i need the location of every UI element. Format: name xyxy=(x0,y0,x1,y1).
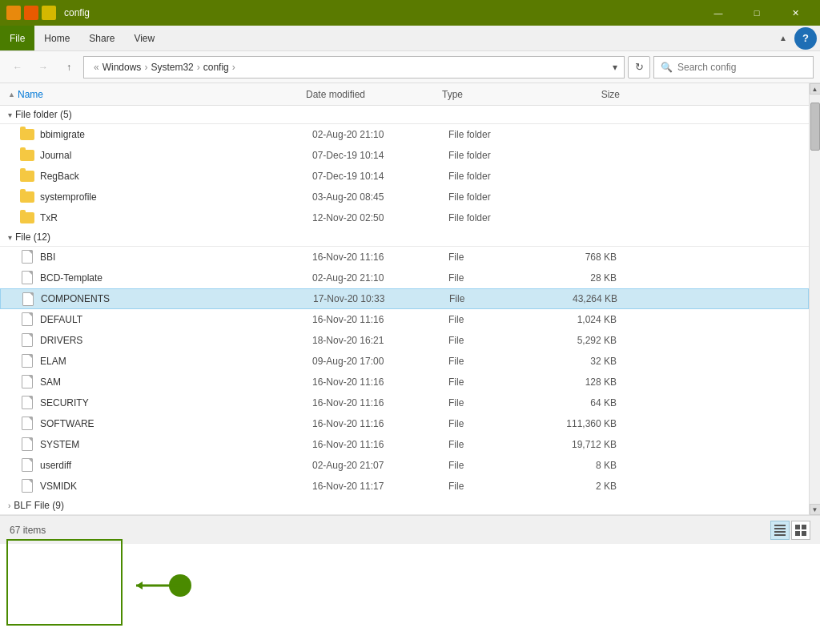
group-header-folders[interactable]: ▾ File folder (5) xyxy=(0,106,809,124)
file-row-bcd-template[interactable]: BCD-Template 02-Aug-20 21:10 File 28 KB xyxy=(0,268,809,288)
file-row-elam[interactable]: ELAM 09-Aug-20 17:00 File 32 KB xyxy=(0,351,809,372)
folder-icon-journal xyxy=(19,147,35,163)
file-size-system: 19,712 KB xyxy=(553,439,633,450)
col-size-header[interactable]: Size xyxy=(546,89,626,100)
view-buttons xyxy=(770,521,810,540)
folder-icon-systemprofile xyxy=(19,189,35,205)
minimize-button[interactable]: — xyxy=(700,0,737,26)
file-type-sam: File xyxy=(448,376,553,388)
close-button[interactable]: ✕ xyxy=(777,0,814,26)
sort-indicator-icon: ▲ xyxy=(8,91,18,99)
file-type-default: File xyxy=(448,314,553,325)
address-bar: ← → ↑ « Windows › System32 › config › ▾ … xyxy=(0,51,820,83)
window-title: config xyxy=(61,7,695,18)
status-item-count: 67 items xyxy=(10,525,764,536)
file-row-components[interactable]: COMPONENTS 17-Nov-20 10:33 File 43,264 K… xyxy=(0,288,809,309)
file-row-security[interactable]: SECURITY 16-Nov-20 11:16 File 64 KB xyxy=(0,392,809,413)
scroll-up-button[interactable]: ▲ xyxy=(810,83,821,95)
file-row-userdiff[interactable]: userdiff 02-Aug-20 21:07 File 8 KB xyxy=(0,455,809,476)
file-name-drivers: DRIVERS xyxy=(40,335,312,346)
address-path[interactable]: « Windows › System32 › config › ▾ xyxy=(83,56,625,78)
file-type-userdiff: File xyxy=(448,460,553,471)
up-button[interactable]: ↑ xyxy=(58,56,80,78)
file-size-drivers: 5,292 KB xyxy=(553,335,633,346)
path-config[interactable]: config xyxy=(203,62,229,73)
path-sep-2: › xyxy=(197,62,200,73)
title-bar-icons xyxy=(6,6,56,20)
file-name-regback: RegBack xyxy=(40,171,312,182)
file-date-bbimigrate: 02-Aug-20 21:10 xyxy=(312,129,448,140)
file-name-security: SECURITY xyxy=(40,397,312,409)
file-row-software[interactable]: SOFTWARE 16-Nov-20 11:16 File 111,360 KB xyxy=(0,413,809,434)
back-button[interactable]: ← xyxy=(6,56,29,78)
file-size-vsmidk: 2 KB xyxy=(553,481,633,492)
file-name-bbimigrate: bbimigrate xyxy=(40,129,312,140)
scroll-down-button[interactable]: ▼ xyxy=(810,504,821,515)
annotation-box xyxy=(6,539,123,626)
col-type-header[interactable]: Type xyxy=(442,89,546,100)
file-size-software: 111,360 KB xyxy=(553,418,633,429)
file-size-sam: 128 KB xyxy=(553,376,633,388)
path-windows[interactable]: Windows xyxy=(102,62,142,73)
svg-rect-9 xyxy=(795,531,800,536)
group-label-blf: BLF File (9) xyxy=(14,500,64,511)
file-row-drivers[interactable]: DRIVERS 18-Nov-20 16:21 File 5,292 KB xyxy=(0,330,809,351)
search-input[interactable] xyxy=(677,62,806,73)
menu-share[interactable]: Share xyxy=(79,26,124,50)
file-date-txr: 12-Nov-20 02:50 xyxy=(312,212,448,223)
file-name-userdiff: userdiff xyxy=(40,460,312,471)
file-row-bbi[interactable]: BBI 16-Nov-20 11:16 File 768 KB xyxy=(0,247,809,268)
help-button[interactable]: ? xyxy=(794,27,817,50)
path-system32[interactable]: System32 xyxy=(151,62,193,73)
svg-rect-7 xyxy=(795,525,800,529)
col-name-header[interactable]: Name xyxy=(18,89,306,100)
scroll-thumb[interactable] xyxy=(810,103,820,151)
col-date-header[interactable]: Date modified xyxy=(306,89,442,100)
group-header-blf[interactable]: › BLF File (9) xyxy=(0,497,809,515)
file-type-security: File xyxy=(448,397,553,409)
file-row-systemprofile[interactable]: systemprofile 03-Aug-20 08:45 File folde… xyxy=(0,187,809,207)
file-icon-bcd-template xyxy=(19,270,35,286)
svg-rect-6 xyxy=(774,534,786,536)
file-row-vsmidk[interactable]: VSMIDK 16-Nov-20 11:17 File 2 KB xyxy=(0,476,809,497)
file-row-txr[interactable]: TxR 12-Nov-20 02:50 File folder xyxy=(0,207,809,228)
file-type-elam: File xyxy=(448,356,553,367)
file-size-security: 64 KB xyxy=(553,397,633,409)
svg-rect-10 xyxy=(802,531,806,536)
file-row-default[interactable]: DEFAULT 16-Nov-20 11:16 File 1,024 KB xyxy=(0,309,809,330)
file-row-journal[interactable]: Journal 07-Dec-19 10:14 File folder xyxy=(0,145,809,166)
file-icon-sam xyxy=(19,374,35,390)
ribbon-expand-icon[interactable]: ▲ xyxy=(772,27,794,50)
file-row-system[interactable]: SYSTEM 16-Nov-20 11:16 File 19,712 KB xyxy=(0,434,809,455)
file-type-systemprofile: File folder xyxy=(448,191,553,203)
group-chevron-files: ▾ xyxy=(8,233,12,242)
file-date-bbi: 16-Nov-20 11:16 xyxy=(312,252,448,263)
menu-home[interactable]: Home xyxy=(34,26,79,50)
title-controls: — □ ✕ xyxy=(700,0,814,26)
group-header-files[interactable]: ▾ File (12) xyxy=(0,228,809,247)
file-row-bbimigrate[interactable]: bbimigrate 02-Aug-20 21:10 File folder xyxy=(0,124,809,145)
status-bar: 67 items xyxy=(0,515,820,544)
file-date-journal: 07-Dec-19 10:14 xyxy=(312,150,448,161)
refresh-button[interactable]: ↻ xyxy=(628,56,650,78)
view-details-button[interactable] xyxy=(770,521,790,540)
file-size-userdiff: 8 KB xyxy=(553,460,633,471)
menu-view[interactable]: View xyxy=(124,26,164,50)
view-large-icons-button[interactable] xyxy=(791,521,810,540)
file-name-software: SOFTWARE xyxy=(40,418,312,429)
file-name-txr: TxR xyxy=(40,212,312,223)
path-dropdown-icon[interactable]: ▾ xyxy=(613,62,617,73)
file-date-systemprofile: 03-Aug-20 08:45 xyxy=(312,191,448,203)
file-type-txr: File folder xyxy=(448,212,553,223)
forward-button[interactable]: → xyxy=(32,56,54,78)
file-type-software: File xyxy=(448,418,553,429)
scrollbar[interactable]: ▲ ▼ xyxy=(809,83,820,515)
file-row-regback[interactable]: RegBack 07-Dec-19 10:14 File folder xyxy=(0,166,809,187)
group-label-folders: File folder (5) xyxy=(15,109,72,120)
group-chevron-folders: ▾ xyxy=(8,111,12,119)
file-type-bcd-template: File xyxy=(448,272,553,284)
maximize-button[interactable]: □ xyxy=(738,0,775,26)
menu-file[interactable]: File xyxy=(0,26,34,50)
path-sep-1: › xyxy=(144,62,147,73)
file-row-sam[interactable]: SAM 16-Nov-20 11:16 File 128 KB xyxy=(0,372,809,392)
